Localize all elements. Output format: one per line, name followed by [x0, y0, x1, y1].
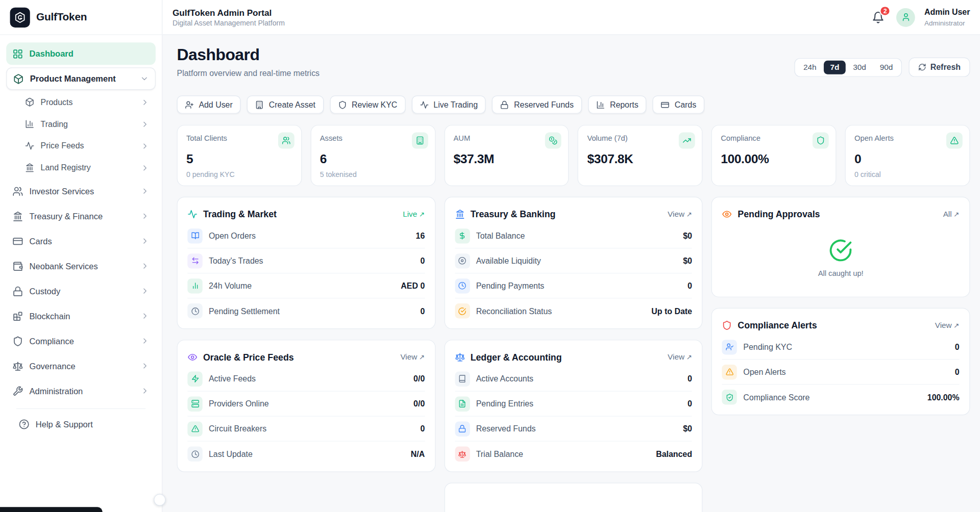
- refresh-button[interactable]: Refresh: [909, 58, 970, 77]
- clock-icon: [187, 303, 202, 318]
- chevron-right-icon: [141, 312, 150, 320]
- alert-triangle-icon: [187, 421, 202, 436]
- quick-actions: Add User Create Asset Review KYC Live Tr…: [177, 95, 970, 114]
- sidebar-item-label: Products: [41, 97, 73, 107]
- sidebar-item-custody[interactable]: Custody: [6, 280, 156, 302]
- gulftoken-logo-icon: [10, 7, 30, 27]
- range-90d-button[interactable]: 90d: [874, 60, 899, 74]
- sidebar-item-label: Blockchain: [30, 311, 70, 320]
- panel-treasury-banking: Treasury & Banking View Total Balance $0: [444, 197, 703, 329]
- sidebar-collapse-handle[interactable]: [154, 494, 165, 506]
- sidebar-item-trading[interactable]: Trading: [19, 114, 156, 134]
- metric-row-todays-trades: Today's Trades 0: [187, 248, 425, 273]
- oracle-view-link[interactable]: View: [400, 353, 425, 362]
- panel-trading-market: Trading & Market Live Open Orders 16: [177, 197, 436, 329]
- sidebar-item-products[interactable]: Products: [19, 92, 156, 112]
- page-controls: 24h 7d 30d 90d Refresh: [795, 58, 970, 77]
- sidebar-item-dashboard[interactable]: Dashboard: [6, 42, 156, 65]
- chevron-right-icon: [141, 119, 150, 128]
- sidebar-item-investor-services[interactable]: Investor Services: [6, 180, 156, 202]
- external-link-icon: [419, 210, 425, 218]
- range-7d-button[interactable]: 7d: [824, 60, 845, 74]
- panel-column-2: Treasury & Banking View Total Balance $0: [444, 197, 703, 512]
- metric-row-open-orders: Open Orders 16: [187, 223, 425, 248]
- metric-row-available-liquidity: Available Liquidity $0: [455, 248, 692, 273]
- dashboard-grid-icon: [12, 48, 23, 59]
- external-link-icon: [419, 353, 425, 362]
- sidebar-item-label: Neobank Services: [30, 261, 98, 270]
- metric-row-compliance-score: Compliance Score 100.00%: [722, 385, 960, 409]
- landmark-icon: [25, 163, 34, 172]
- chevron-right-icon: [141, 237, 150, 245]
- bank-icon: [12, 211, 23, 221]
- metric-row-pending-settlement: Pending Settlement 0: [187, 298, 425, 323]
- metric-row-pending-payments: Pending Payments 0: [455, 273, 692, 298]
- external-link-icon: [687, 353, 692, 362]
- chevron-right-icon: [141, 98, 150, 107]
- sidebar-item-treasury-finance[interactable]: Treasury & Finance: [6, 205, 156, 227]
- metric-row-open-alerts: Open Alerts 0: [722, 360, 960, 385]
- bar-chart-icon: [25, 119, 34, 129]
- main-area: GulfToken Admin Portal Digital Asset Man…: [162, 0, 980, 512]
- sidebar-item-neobank-services[interactable]: Neobank Services: [6, 255, 156, 277]
- reserved-funds-button[interactable]: Reserved Funds: [492, 95, 582, 114]
- cards-button[interactable]: Cards: [653, 95, 704, 114]
- external-link-icon: [953, 321, 959, 329]
- panel-partial-below-fold: [444, 483, 703, 512]
- compliance-view-link[interactable]: View: [935, 321, 960, 329]
- range-24h-button[interactable]: 24h: [797, 60, 823, 74]
- treasury-view-link[interactable]: View: [668, 210, 692, 218]
- sidebar-item-blockchain[interactable]: Blockchain: [6, 305, 156, 327]
- book-icon: [455, 371, 470, 386]
- sidebar-item-product-management[interactable]: Product Management: [6, 67, 156, 90]
- sidebar-divider: [16, 408, 145, 409]
- review-kyc-button[interactable]: Review KYC: [330, 95, 405, 114]
- sidebar-item-cards[interactable]: Cards: [6, 230, 156, 252]
- sidebar-item-label: Administration: [30, 386, 83, 395]
- sidebar-item-land-registry[interactable]: Land Registry: [19, 158, 156, 177]
- sidebar-item-label: Compliance: [30, 336, 74, 345]
- create-asset-button[interactable]: Create Asset: [247, 95, 324, 114]
- shield-icon: [12, 336, 23, 346]
- live-trading-button[interactable]: Live Trading: [411, 95, 486, 114]
- sidebar-item-label: Price Feeds: [41, 141, 84, 150]
- reports-button[interactable]: Reports: [588, 95, 647, 114]
- sidebar-item-compliance[interactable]: Compliance: [6, 330, 156, 352]
- scale-icon: [455, 447, 470, 462]
- shield-icon: [722, 320, 732, 330]
- panel-oracle-price-feeds: Oracle & Price Feeds View Active Feeds 0…: [177, 340, 436, 472]
- metric-row-reserved-funds: Reserved Funds $0: [455, 417, 692, 442]
- range-30d-button[interactable]: 30d: [847, 60, 872, 74]
- metric-row-pending-entries: Pending Entries 0: [455, 392, 692, 417]
- panel-grid: Trading & Market Live Open Orders 16: [177, 197, 970, 512]
- coin-icon: [455, 253, 470, 268]
- chevron-right-icon: [141, 287, 150, 295]
- approvals-all-link[interactable]: All: [943, 210, 960, 218]
- metric-row-24h-volume: 24h Volume AED 0: [187, 273, 425, 298]
- notifications-button[interactable]: 2: [869, 9, 887, 26]
- chevron-right-icon: [141, 387, 150, 395]
- eye-icon: [722, 209, 732, 219]
- sidebar-item-governance[interactable]: Governance: [6, 355, 156, 377]
- shield-check-icon: [338, 100, 347, 109]
- add-user-button[interactable]: Add User: [177, 95, 241, 114]
- chevron-right-icon: [141, 212, 150, 220]
- user-avatar[interactable]: [896, 8, 915, 27]
- sidebar-item-administration[interactable]: Administration: [6, 379, 156, 402]
- topbar-titles: GulfToken Admin Portal Digital Asset Man…: [173, 8, 285, 27]
- wallet-icon: [12, 261, 23, 271]
- ledger-view-link[interactable]: View: [668, 353, 692, 362]
- metric-row-trial-balance: Trial Balance Balanced: [455, 442, 692, 467]
- help-circle-icon: [19, 419, 30, 429]
- sidebar-item-price-feeds[interactable]: Price Feeds: [19, 136, 156, 156]
- panel-pending-approvals: Pending Approvals All All caught up!: [712, 197, 970, 297]
- user-meta: Admin User Administrator: [924, 8, 970, 27]
- metric-row-last-update: Last Update N/A: [187, 442, 425, 467]
- shield-icon: [813, 133, 829, 149]
- chevron-right-icon: [141, 337, 150, 345]
- clock-icon: [187, 447, 202, 462]
- trading-live-link[interactable]: Live: [403, 210, 425, 218]
- chevron-right-icon: [141, 262, 150, 270]
- sidebar-item-help-support[interactable]: Help & Support: [12, 413, 149, 435]
- panel-column-1: Trading & Market Live Open Orders 16: [177, 197, 436, 512]
